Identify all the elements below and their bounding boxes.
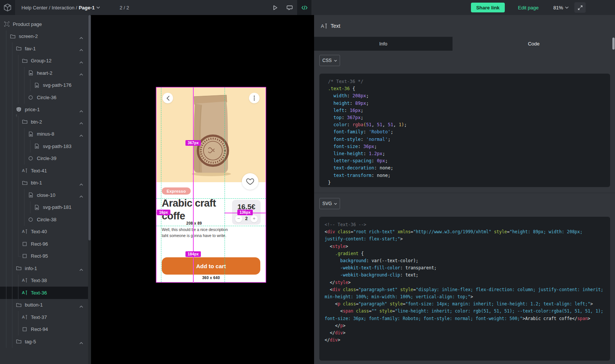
tab-info[interactable]: Info	[314, 37, 453, 51]
tree-indent-guide	[12, 213, 12, 226]
tree-item-svg-path-181[interactable]: svg-path-181	[0, 201, 88, 214]
design-canvas[interactable]: Expresso Arabic craft coffe 208 x 89 16.…	[91, 15, 314, 364]
tree-indent-guide	[24, 201, 24, 214]
tree-item-label: Text-38	[31, 278, 47, 283]
favorite-button[interactable]	[242, 173, 258, 190]
tree-item-group-12[interactable]: Group-12	[0, 55, 88, 67]
decrease-quantity-button[interactable]: −	[235, 215, 242, 222]
play-button[interactable]	[268, 0, 282, 15]
collapse-chevron-icon[interactable]	[79, 181, 83, 184]
tree-indent-guide	[24, 189, 24, 201]
breadcrumb[interactable]: Help Center / Interaction / Page-1	[21, 0, 100, 15]
tree-item-price-1[interactable]: price-1↑	[0, 104, 88, 116]
breadcrumb-current-page: Page-1	[79, 5, 95, 11]
quantity-stepper[interactable]: − 2 +	[232, 215, 261, 222]
tree-indent-guide	[6, 311, 6, 323]
tree-item-product page[interactable]: Product page	[0, 18, 88, 30]
tree-item-button-1[interactable]: button-1	[0, 299, 88, 311]
sidebar-scrollbar[interactable]	[88, 15, 91, 364]
share-link-button[interactable]: Share link	[471, 3, 505, 12]
increase-quantity-button[interactable]: +	[251, 215, 258, 222]
tree-item-circle-39[interactable]: Circle-39	[0, 153, 88, 165]
add-to-cart-button[interactable]: Add to cart	[162, 257, 260, 275]
svg-file-icon	[28, 70, 33, 76]
sidebar-scrollbar-thumb[interactable]	[88, 15, 91, 240]
tree-indent-guide	[12, 116, 12, 128]
tree-item-text-40[interactable]: AText-40	[0, 226, 88, 238]
tree-indent-guide	[12, 67, 12, 79]
fullscreen-button[interactable]	[574, 2, 586, 13]
more-options-button[interactable]	[249, 93, 260, 103]
tree-item-text-41[interactable]: AText-41	[0, 165, 88, 177]
tree-item-rect-95[interactable]: Rect-95	[0, 250, 88, 263]
tree-item-label: btn-1	[31, 180, 42, 186]
panel-scrollbar-thumb[interactable]	[612, 38, 615, 50]
tree-item-circle-36[interactable]: Circle-36	[0, 91, 88, 104]
comment-button[interactable]	[282, 0, 297, 15]
code-view-button[interactable]	[297, 0, 311, 15]
collapse-chevron-icon[interactable]	[79, 304, 83, 306]
code-line: text-transform: none;	[328, 172, 605, 179]
tree-item-label: tag-5	[25, 339, 36, 344]
zoom-control[interactable]: 81%	[553, 0, 569, 15]
svg-text:A: A	[22, 230, 25, 234]
collapse-chevron-icon[interactable]	[79, 267, 83, 269]
tree-item-rect-94[interactable]: Rect-94	[0, 323, 88, 336]
tree-item-label: button-1	[25, 302, 43, 308]
collapse-chevron-icon[interactable]	[79, 35, 83, 38]
collapse-chevron-icon[interactable]	[79, 133, 83, 135]
tree-indent-guide	[18, 116, 18, 128]
svg-language-select[interactable]: SVG	[319, 198, 340, 209]
collapse-chevron-icon[interactable]	[79, 47, 83, 50]
tree-item-screen-2[interactable]: screen-2	[0, 30, 88, 43]
tree-indent-guide	[12, 189, 12, 201]
collapse-chevron-icon[interactable]	[79, 340, 83, 343]
tree-item-circle-38[interactable]: Circle-38	[0, 213, 88, 226]
tree-item-text-38[interactable]: AText-38	[0, 275, 88, 287]
tree-item-fav-1[interactable]: fav-1	[0, 42, 88, 55]
tree-item-text-36[interactable]: AText-36	[0, 287, 88, 299]
tree-item-close-10[interactable]: close-10	[0, 189, 88, 201]
tree-indent-guide	[18, 238, 18, 250]
css-language-select[interactable]: CSS	[319, 55, 340, 66]
edit-page-link[interactable]: Edit page	[518, 0, 539, 15]
product-page-frame[interactable]: Expresso Arabic craft coffe 208 x 89 16.…	[156, 88, 266, 282]
circle-icon	[28, 217, 33, 222]
tree-indent-guide	[18, 140, 18, 153]
tree-indent-guide	[24, 67, 24, 79]
chevron-down-icon	[334, 203, 337, 205]
tab-code[interactable]: Code	[453, 37, 615, 51]
product-title: Arabic craft coffe	[162, 197, 230, 222]
tree-item-info-1[interactable]: info-1	[0, 262, 88, 275]
tree-indent-guide	[18, 287, 18, 299]
tree-indent-guide	[6, 238, 6, 250]
back-button[interactable]	[162, 93, 173, 103]
tree-item-tag-5[interactable]: tag-5	[0, 335, 88, 348]
rect-icon	[22, 241, 27, 247]
app-logo[interactable]	[0, 0, 15, 15]
tree-indent-guide	[12, 128, 12, 140]
tree-item-btn-2[interactable]: btn-2	[0, 116, 88, 128]
circle-icon	[28, 95, 33, 100]
tree-indent-guide	[18, 128, 18, 140]
collapse-chevron-icon[interactable]	[79, 120, 83, 123]
heart-icon	[246, 178, 254, 185]
tree-indent-guide	[30, 79, 30, 92]
measurement-badge-16: 16px	[157, 210, 170, 215]
tree-item-svg-path-176[interactable]: svg-path-176	[0, 79, 88, 92]
tree-item-minus-8[interactable]: minus-8	[0, 128, 88, 140]
measurement-badge-367: 367px	[185, 140, 201, 146]
tree-item-btn-1[interactable]: btn-1	[0, 177, 88, 189]
svg-text:A: A	[22, 278, 25, 283]
tree-item-heart-2[interactable]: heart-2	[0, 67, 88, 79]
collapse-chevron-icon[interactable]	[79, 59, 83, 62]
tree-indent-guide	[12, 287, 12, 299]
tree-item-label: Circle-36	[37, 95, 56, 100]
tree-item-text-37[interactable]: AText-37	[0, 311, 88, 323]
collapse-chevron-icon[interactable]	[79, 71, 83, 74]
tree-item-rect-96[interactable]: Rect-96	[0, 238, 88, 250]
collapse-chevron-icon[interactable]	[79, 193, 83, 196]
code-line: background: var(--text-color);	[325, 257, 605, 264]
collapse-chevron-icon[interactable]	[79, 108, 83, 111]
tree-item-svg-path-183[interactable]: svg-path-183	[0, 140, 88, 153]
